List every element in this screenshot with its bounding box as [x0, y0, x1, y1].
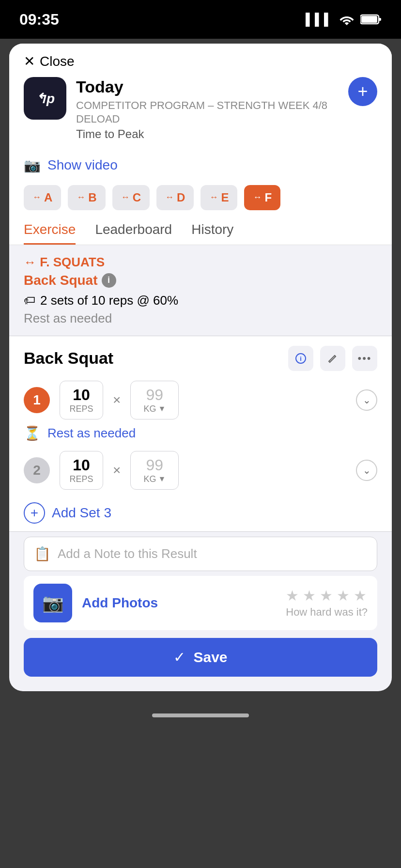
star-3[interactable]: ★ [320, 587, 333, 604]
note-input-row[interactable]: 📋 Add a Note to this Result [24, 537, 377, 571]
plus-icon: + [357, 83, 368, 100]
segment-button-f[interactable]: ↔ F [244, 185, 280, 210]
more-icon-button[interactable]: ••• [352, 346, 377, 371]
kg-dropdown-arrow-1: ▼ [158, 404, 166, 413]
wifi-icon [339, 14, 355, 25]
arrows-icon-d: ↔ [165, 192, 174, 202]
home-indicator [0, 701, 401, 730]
svg-rect-1 [379, 18, 381, 21]
star-2[interactable]: ★ [303, 587, 316, 604]
kg-dropdown-arrow-2: ▼ [158, 475, 166, 483]
close-button[interactable]: ✕ Close [24, 53, 377, 69]
exercise-name-row: ↔ F. SQUATS [24, 255, 377, 270]
svg-text:i: i [300, 355, 302, 362]
multiply-symbol-1: × [113, 392, 121, 408]
exercise-sub-name: Back Squat [24, 273, 98, 288]
arrows-icon-c: ↔ [121, 192, 130, 202]
reps-value-2: 10 [69, 456, 94, 474]
status-bar: 09:35 ▌▌▌ [0, 0, 401, 39]
video-camera-icon: 📷 [24, 157, 41, 173]
tab-leaderboard-label: Leaderboard [95, 222, 172, 237]
workout-brand: Time to Peak [76, 127, 348, 141]
camera-icon: 📷 [42, 593, 64, 613]
chevron-down-icon-1: ⌄ [356, 389, 377, 411]
arrows-icon-e: ↔ [209, 192, 218, 202]
segment-button-d[interactable]: ↔ D [156, 185, 194, 210]
segment-button-b[interactable]: ↔ B [68, 185, 105, 210]
tabs-row: Exercise Leaderboard History [9, 217, 392, 245]
reps-input-1[interactable]: 10 REPS [60, 381, 103, 419]
exercise-info-button[interactable]: i [102, 273, 116, 288]
main-card: ✕ Close ↰p Today COMPETITOR PROGRAM – ST… [9, 44, 392, 691]
set-row-1: 1 10 REPS × 99 KG ▼ ⌄ [24, 381, 377, 419]
star-4[interactable]: ★ [337, 587, 350, 604]
status-time: 09:35 [19, 11, 59, 29]
save-button[interactable]: ✓ Save [24, 638, 377, 677]
header-actions: i ••• [288, 346, 377, 371]
note-placeholder: Add a Note to this Result [58, 546, 197, 561]
status-icons: ▌▌▌ [306, 13, 382, 26]
add-photos-label: Add Photos [82, 595, 158, 611]
workout-info: Today COMPETITOR PROGRAM – STRENGTH WEEK… [76, 77, 348, 141]
segment-button-a[interactable]: ↔ A [24, 185, 61, 210]
segment-button-e[interactable]: ↔ E [200, 185, 237, 210]
save-check-icon: ✓ [173, 649, 185, 666]
set-number-1: 1 [24, 387, 50, 413]
add-workout-button[interactable]: + [348, 77, 377, 106]
tab-history[interactable]: History [191, 222, 233, 245]
signal-icon: ▌▌▌ [306, 13, 333, 26]
arrows-icon-f: ↔ [253, 192, 262, 202]
stars-row: ★ ★ ★ ★ ★ [286, 587, 368, 604]
segment-button-c[interactable]: ↔ C [112, 185, 150, 210]
info-icon: i [295, 353, 307, 364]
battery-icon [360, 14, 382, 25]
add-photos-button[interactable]: 📷 [33, 584, 72, 622]
close-x-icon: ✕ [24, 53, 35, 69]
tab-leaderboard[interactable]: Leaderboard [95, 222, 172, 245]
seg-label-a: A [44, 191, 52, 204]
reps-value-1: 10 [69, 386, 94, 404]
kg-label-1: KG ▼ [143, 404, 166, 414]
info-icon-button[interactable]: i [288, 346, 313, 371]
exercise-section: ↔ F. SQUATS Back Squat i 🏷 2 sets of 10 … [9, 245, 392, 336]
seg-label-d: D [177, 191, 185, 204]
pencil-icon [327, 353, 338, 364]
seg-label-c: C [133, 191, 141, 204]
back-squat-title: Back Squat [24, 349, 113, 368]
rest-label: Rest as needed [47, 426, 136, 441]
show-video-row[interactable]: 📷 Show video [9, 149, 392, 178]
sets-text: 2 sets of 10 reps @ 60% [40, 293, 178, 308]
home-bar [152, 713, 249, 717]
multiply-symbol-2: × [113, 463, 121, 478]
arrows-icon-a: ↔ [32, 192, 41, 202]
set-row-2: 2 10 REPS × 99 KG ▼ ⌄ [24, 451, 377, 490]
add-set-plus-icon: + [24, 502, 45, 524]
exercise-sets-row: 🏷 2 sets of 10 reps @ 60% [24, 293, 377, 308]
exercise-sub-row: Back Squat i [24, 273, 377, 288]
star-1[interactable]: ★ [286, 587, 299, 604]
seg-label-b: B [88, 191, 96, 204]
back-squat-section: Back Squat i ••• [9, 336, 392, 495]
tag-icon: 🏷 [24, 294, 35, 307]
reps-label-1: REPS [69, 404, 94, 414]
logo-text: ↰p [35, 91, 55, 107]
note-icon: 📋 [34, 546, 51, 562]
kg-input-1[interactable]: 99 KG ▼ [130, 381, 179, 419]
star-5[interactable]: ★ [354, 587, 367, 604]
tab-exercise-label: Exercise [24, 222, 76, 237]
hourglass-icon: ⏳ [24, 425, 41, 441]
set-expand-1[interactable]: ⌄ [356, 389, 377, 411]
exercise-prefix: ↔ F. SQUATS [24, 255, 105, 270]
tab-exercise[interactable]: Exercise [24, 222, 76, 245]
kg-input-2[interactable]: 99 KG ▼ [130, 451, 179, 490]
star-rating[interactable]: ★ ★ ★ ★ ★ How hard was it? [286, 587, 368, 619]
reps-input-2[interactable]: 10 REPS [60, 451, 103, 490]
reps-label-2: REPS [69, 474, 94, 484]
workout-subtitle: COMPETITOR PROGRAM – STRENGTH WEEK 4/8 D… [76, 99, 348, 126]
set-expand-2[interactable]: ⌄ [356, 460, 377, 481]
add-set-button[interactable]: + Add Set 3 [9, 495, 392, 531]
edit-icon-button[interactable] [320, 346, 345, 371]
back-squat-header: Back Squat i ••• [24, 346, 377, 371]
workout-title: Today [76, 77, 348, 97]
tab-history-label: History [191, 222, 233, 237]
